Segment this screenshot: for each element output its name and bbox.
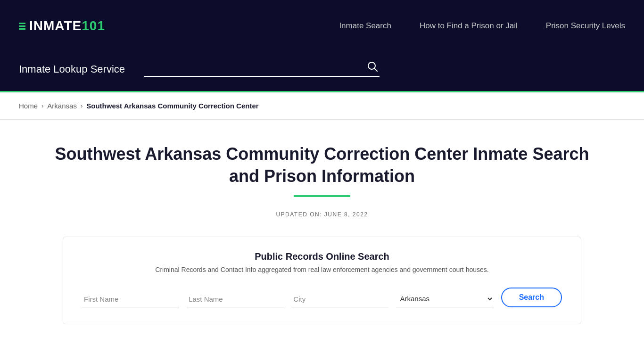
logo-lines-icon <box>19 23 25 30</box>
nav-link-find-prison[interactable]: How to Find a Prison or Jail <box>420 21 518 30</box>
first-name-field <box>82 291 179 307</box>
last-name-field <box>187 291 284 307</box>
logo-text: INMATE101 <box>29 18 105 33</box>
breadcrumb-current: Southwest Arkansas Community Correction … <box>86 102 258 110</box>
public-records-title: Public Records Online Search <box>82 251 562 262</box>
svg-line-1 <box>375 69 378 72</box>
breadcrumb-state[interactable]: Arkansas <box>47 102 77 110</box>
nav-item-find-prison[interactable]: How to Find a Prison or Jail <box>420 21 518 31</box>
search-section: Inmate Lookup Service <box>0 52 644 92</box>
last-name-input[interactable] <box>187 291 284 307</box>
main-content: Southwest Arkansas Community Correction … <box>0 120 644 343</box>
title-underline <box>294 195 350 197</box>
public-records-description: Criminal Records and Contact Info aggreg… <box>82 266 562 273</box>
nav-link-inmate-search[interactable]: Inmate Search <box>339 21 391 30</box>
top-navigation: INMATE101 Inmate Search How to Find a Pr… <box>0 0 644 52</box>
breadcrumb-section: Home › Arkansas › Southwest Arkansas Com… <box>0 92 644 120</box>
state-field: Alabama Alaska Arizona Arkansas Californ… <box>396 290 493 307</box>
city-input[interactable] <box>291 291 388 307</box>
search-form-row: Alabama Alaska Arizona Arkansas Californ… <box>82 288 562 307</box>
search-input[interactable] <box>144 64 365 72</box>
search-section-label: Inmate Lookup Service <box>19 63 125 75</box>
nav-item-inmate-search[interactable]: Inmate Search <box>339 21 391 31</box>
svg-point-0 <box>368 62 375 69</box>
page-title: Southwest Arkansas Community Correction … <box>38 143 606 188</box>
nav-item-security-levels[interactable]: Prison Security Levels <box>546 21 625 31</box>
search-icon <box>367 61 378 72</box>
breadcrumb-chevron-2: › <box>81 102 83 109</box>
city-field <box>291 291 388 307</box>
breadcrumb-home[interactable]: Home <box>19 102 38 110</box>
state-select[interactable]: Alabama Alaska Arizona Arkansas Californ… <box>396 290 493 307</box>
first-name-input[interactable] <box>82 291 179 307</box>
nav-links: Inmate Search How to Find a Prison or Ja… <box>339 21 625 31</box>
logo[interactable]: INMATE101 <box>19 18 105 33</box>
breadcrumb-chevron-1: › <box>41 102 43 109</box>
nav-link-security-levels[interactable]: Prison Security Levels <box>546 21 625 30</box>
updated-text: UPDATED ON: JUNE 8, 2022 <box>38 211 606 218</box>
breadcrumb: Home › Arkansas › Southwest Arkansas Com… <box>19 102 625 110</box>
search-submit-icon[interactable] <box>365 61 380 74</box>
search-button[interactable]: Search <box>501 288 562 307</box>
public-records-box: Public Records Online Search Criminal Re… <box>63 237 581 324</box>
search-input-wrapper <box>144 61 380 77</box>
